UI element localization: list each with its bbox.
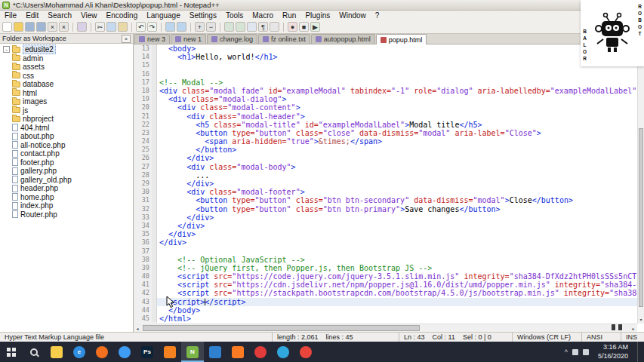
tree-item-js[interactable]: js <box>0 106 133 115</box>
copy-icon[interactable] <box>106 22 116 32</box>
code-line-15[interactable]: 15 <box>134 61 637 69</box>
code-line-31[interactable]: 31 <button type="button" class="btn btn-… <box>134 196 637 204</box>
expander-icon[interactable]: - <box>3 46 10 53</box>
notepad-plus-plus-icon[interactable]: N <box>181 342 204 362</box>
code-line-25[interactable]: 25 </button> <box>134 146 637 154</box>
tab-new-1[interactable]: new 1 <box>171 34 206 44</box>
sync-vertical-icon[interactable] <box>224 22 234 32</box>
replace-icon[interactable] <box>177 22 186 32</box>
save-all-icon[interactable] <box>36 22 46 32</box>
edge-icon[interactable]: e <box>68 342 91 362</box>
opera-icon[interactable] <box>249 342 272 362</box>
menu-tools[interactable]: Tools <box>221 11 248 20</box>
tree-item-router-php[interactable]: Router.php <box>0 210 133 219</box>
menu-file[interactable]: File <box>0 11 21 20</box>
tray-volume-icon[interactable] <box>583 349 589 355</box>
code-line-33[interactable]: 33 </div> <box>134 213 637 222</box>
code-line-41[interactable]: 41 <script src="https://cdn.jsdelivr.net… <box>134 281 637 289</box>
close-icon[interactable]: × <box>48 22 57 32</box>
menu-run[interactable]: Run <box>278 11 300 20</box>
print-icon[interactable] <box>77 22 87 32</box>
word-wrap-icon[interactable] <box>247 22 257 32</box>
zoom-in-icon[interactable]: + <box>195 22 205 32</box>
code-line-38[interactable]: 38 <!-- Optional JavaScript --> <box>134 256 637 264</box>
scroll-left-arrow-icon[interactable]: ◂ <box>134 324 141 332</box>
code-line-32[interactable]: 32 <button type="button" class="btn btn-… <box>134 205 637 213</box>
tree-item-footer-php[interactable]: footer.php <box>0 158 133 167</box>
vertical-scrollbar-thumb[interactable] <box>639 128 643 307</box>
menu-search[interactable]: Search <box>43 11 76 20</box>
tree-item-404-html[interactable]: 404.html <box>0 124 133 133</box>
tree-item-index-php[interactable]: index.php <box>0 201 133 210</box>
code-line-19[interactable]: 19 <div class="modal-dialog"> <box>134 95 637 103</box>
redo-icon[interactable]: ↷ <box>147 22 157 32</box>
code-line-44[interactable]: 44 </body> <box>134 306 637 314</box>
code-editor[interactable]: 13 <body>14 <h1>Hello, world!</h1>151617… <box>134 44 637 324</box>
tree-item-admin[interactable]: admin <box>0 54 133 63</box>
taskbar-clock[interactable]: 3:16 AM 5/16/2020 <box>593 343 633 360</box>
tree-item-about-php[interactable]: about.php <box>0 132 133 141</box>
record-macro-icon[interactable]: ● <box>288 22 297 32</box>
firefox-icon[interactable] <box>91 342 113 362</box>
cut-icon[interactable]: ✂ <box>95 22 105 32</box>
vlc-icon[interactable] <box>159 342 181 362</box>
undo-icon[interactable]: ↶ <box>136 22 146 32</box>
xampp-icon[interactable] <box>226 342 249 362</box>
tree-item-header-php[interactable]: header.php <box>0 184 133 193</box>
code-line-43[interactable]: 43 <script></script> <box>134 298 637 306</box>
code-line-16[interactable]: 16 <box>134 70 637 78</box>
code-line-26[interactable]: 26 </div> <box>134 154 637 162</box>
tree-item-gallery-php[interactable]: gallery.php <box>0 167 133 176</box>
horizontal-scrollbar-thumb[interactable] <box>143 325 420 331</box>
scroll-right-arrow-icon[interactable]: ▸ <box>630 324 637 332</box>
code-line-45[interactable]: 45</html> <box>134 314 637 323</box>
tab-new-3[interactable]: new 3 <box>134 34 170 44</box>
menu-plugins[interactable]: Plugins <box>300 11 334 20</box>
tree-item-all-notice-php[interactable]: all-notice.php <box>0 141 133 150</box>
show-desktop-button[interactable] <box>637 342 641 362</box>
tree-item-assets[interactable]: assets <box>0 63 133 72</box>
tab-fz-online-txt[interactable]: fz online.txt <box>258 34 310 44</box>
panel-close-icon[interactable]: × <box>122 35 131 43</box>
open-file-icon[interactable] <box>14 22 23 32</box>
tree-item-images[interactable]: images <box>0 97 133 106</box>
menu-view[interactable]: View <box>76 11 102 20</box>
code-line-14[interactable]: 14 <h1>Hello, world!</h1> <box>134 53 637 61</box>
menu-edit[interactable]: Edit <box>21 11 43 20</box>
code-line-39[interactable]: 39 <!-- jQuery first, then Popper.js, th… <box>134 264 637 272</box>
code-line-40[interactable]: 40 <script src="https://code.jquery.com/… <box>134 272 637 281</box>
tree-item-contact-php[interactable]: contact.php <box>0 149 133 158</box>
paste-icon[interactable] <box>118 22 128 32</box>
tree-item-gallery-old-php[interactable]: gallery_old.php <box>0 176 133 185</box>
close-all-icon[interactable]: × <box>59 22 69 32</box>
photoshop-icon[interactable]: Ps <box>136 342 159 362</box>
code-line-17[interactable]: 17<!-- Modal --> <box>134 78 637 87</box>
show-all-characters-icon[interactable]: ¶ <box>258 22 268 32</box>
tab-autopopup-html[interactable]: autopopup.html <box>311 34 375 44</box>
menu-macro[interactable]: Macro <box>248 11 278 20</box>
indent-guide-icon[interactable] <box>270 22 279 32</box>
menu-encoding[interactable]: Encoding <box>102 11 143 20</box>
zoom-out-icon[interactable]: − <box>206 22 216 32</box>
tree-item-html[interactable]: html <box>0 89 133 98</box>
code-line-35[interactable]: 35 </div> <box>134 230 637 238</box>
tree-item-edusite2[interactable]: -edusite2 <box>0 45 133 54</box>
play-macro-icon[interactable]: ▶ <box>310 22 320 32</box>
horizontal-scrollbar[interactable]: ◂ ▸ <box>134 324 637 332</box>
menu-settings[interactable]: Settings <box>185 11 221 20</box>
scroll-down-arrow-icon[interactable]: ▾ <box>638 317 644 324</box>
find-icon[interactable] <box>165 22 175 32</box>
code-line-23[interactable]: 23 <button type="button" class="close" d… <box>134 129 637 137</box>
safari-icon[interactable] <box>113 342 136 362</box>
code-line-37[interactable]: 37 <box>134 247 637 256</box>
menu-help[interactable]: ? <box>371 11 384 20</box>
tree-item-home-php[interactable]: home.php <box>0 193 133 202</box>
code-line-24[interactable]: 24 <span aria-hidden="true">&times;</spa… <box>134 137 637 146</box>
code-line-42[interactable]: 42 <script src="https://stackpath.bootst… <box>134 289 637 297</box>
code-line-13[interactable]: 13 <body> <box>134 44 637 53</box>
code-line-21[interactable]: 21 <div class="modal-header"> <box>134 112 637 121</box>
code-line-36[interactable]: 36</div> <box>134 238 637 247</box>
code-line-18[interactable]: 18<div class="modal fade" id="exampleMod… <box>134 87 637 95</box>
tab-popup-html[interactable]: popup.html <box>376 34 427 44</box>
code-line-27[interactable]: 27 <div class="modal-body"> <box>134 163 637 171</box>
